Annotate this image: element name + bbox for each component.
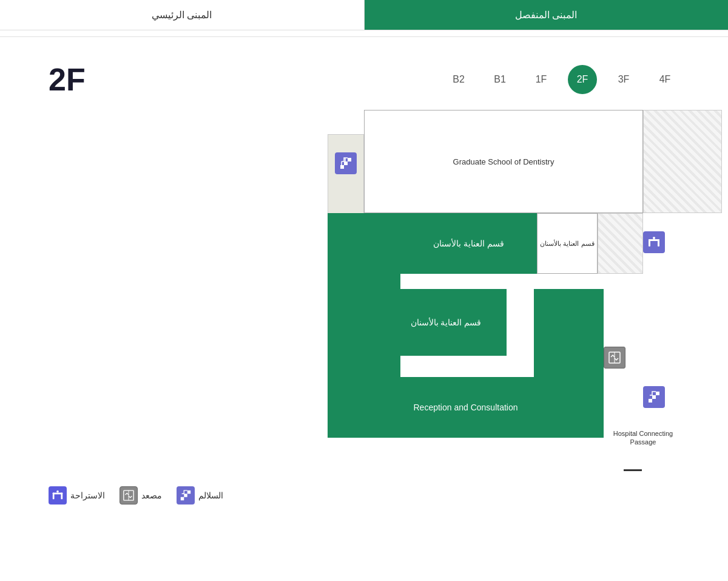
teal-small-right xyxy=(534,289,604,377)
svg-rect-14 xyxy=(656,392,659,395)
legend-stairs-label: السلالم xyxy=(198,491,223,500)
header-tabs: المبنى الرئيسي المبنى المنفصل xyxy=(0,0,728,30)
floor-btn-4f[interactable]: 4F xyxy=(650,65,679,94)
room-dental-mid: قسم العناية بالأسنان xyxy=(385,289,507,356)
floor-btn-b2[interactable]: B2 xyxy=(444,65,473,94)
floor-btn-3f[interactable]: 3F xyxy=(609,65,638,94)
room-dental-bottom: Reception and Consultation xyxy=(328,377,604,438)
legend-stairs-icon xyxy=(177,486,195,505)
room-reception: قسم العناية بالأسنان xyxy=(537,213,598,274)
floor-buttons: B2 B1 1F 2F 3F 4F xyxy=(444,65,679,94)
divider xyxy=(0,36,728,37)
svg-rect-22 xyxy=(61,492,62,499)
floor-btn-1f[interactable]: 1F xyxy=(527,65,556,94)
svg-rect-0 xyxy=(340,165,344,169)
room-dental-top: قسم العناية بالأسنان xyxy=(400,213,537,274)
rest-room-icon xyxy=(643,231,665,253)
svg-point-9 xyxy=(653,237,655,239)
tab-separate-building[interactable]: المبنى المنفصل xyxy=(365,0,729,30)
tab-main-label: المبنى الرئيسي xyxy=(152,9,212,21)
svg-rect-1 xyxy=(344,161,348,165)
svg-rect-13 xyxy=(652,395,656,399)
svg-rect-6 xyxy=(649,239,650,246)
floor-map: Graduate School of Dentistry قسم العناية… xyxy=(328,110,728,474)
legend-item-stairs: السلالم xyxy=(177,486,223,505)
floor-btn-2f[interactable]: 2F xyxy=(568,65,597,94)
room-hospital-passage: Hospital Connecting Passage xyxy=(604,413,682,462)
svg-rect-17 xyxy=(187,491,190,494)
elevator-icon-mid xyxy=(604,347,625,369)
dental-bottom-label: Reception and Consultation xyxy=(414,403,518,412)
legend-elevator-icon xyxy=(120,486,138,505)
legend-item-rest: الاستراحة xyxy=(49,486,105,505)
dental-mid-label: قسم العناية بالأسنان xyxy=(411,318,482,327)
floor-area: 2F B2 B1 1F 2F 3F 4F xyxy=(0,43,728,104)
svg-rect-16 xyxy=(184,494,187,497)
stairs-icon-topleft xyxy=(335,152,357,174)
svg-rect-12 xyxy=(649,399,652,403)
tab-separate-label: المبنى المنفصل xyxy=(515,9,577,21)
tab-main-building[interactable]: المبنى الرئيسي xyxy=(0,0,365,30)
hatched-area-top xyxy=(643,110,722,213)
floor-btn-b1[interactable]: B1 xyxy=(485,65,514,94)
svg-rect-8 xyxy=(650,239,658,241)
grad-school-label: Graduate School of Dentistry xyxy=(453,157,554,166)
svg-rect-7 xyxy=(658,239,659,246)
svg-point-23 xyxy=(56,491,59,493)
legend-rest-icon xyxy=(49,486,67,505)
floor-label: 2F xyxy=(49,61,86,98)
legend-elevator-label: مصعد xyxy=(141,491,162,500)
reception-label: قسم العناية بالأسنان xyxy=(540,239,594,248)
hatched-area-mid xyxy=(598,213,643,274)
legend: السلالم مصعد الاستراحة xyxy=(0,480,728,511)
svg-rect-15 xyxy=(181,497,184,500)
stairs-icon-bottomright xyxy=(643,386,665,408)
passage-line xyxy=(624,469,642,471)
legend-item-elevator: مصعد xyxy=(120,486,162,505)
legend-rest-label: الاستراحة xyxy=(70,491,105,500)
dental-top-label: قسم العناية بالأسنان xyxy=(433,239,504,248)
hospital-passage-label: Hospital Connecting Passage xyxy=(604,429,682,447)
svg-rect-2 xyxy=(348,158,351,161)
svg-rect-21 xyxy=(53,492,55,499)
room-grad-school: Graduate School of Dentistry xyxy=(364,110,643,213)
